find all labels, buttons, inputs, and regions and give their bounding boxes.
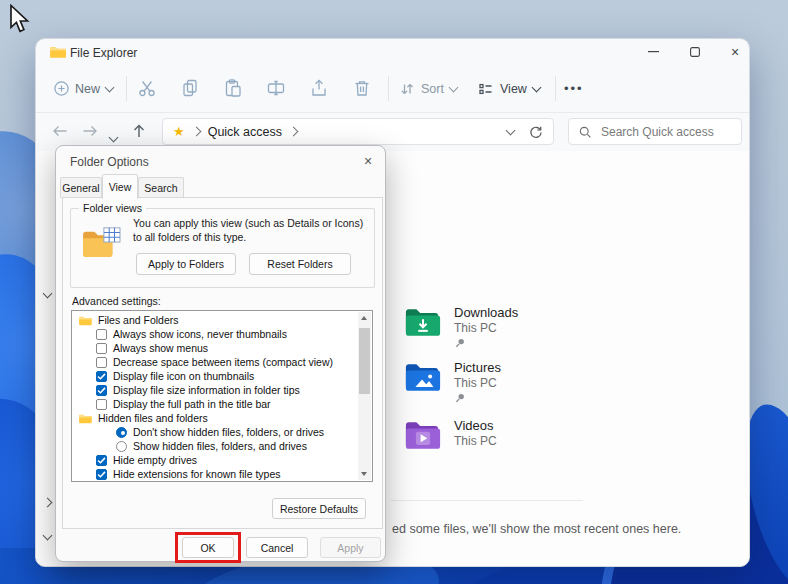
advanced-setting-item[interactable]: Decrease space between items (compact vi… — [72, 355, 358, 369]
address-dropdown-icon[interactable] — [506, 125, 516, 135]
recent-locations-button[interactable] — [110, 127, 132, 147]
advanced-setting-item[interactable]: Hide extensions for known file types — [72, 467, 358, 481]
nav-pane-expand-icon[interactable] — [43, 498, 53, 508]
tab-view[interactable]: View — [102, 174, 138, 199]
nav-pane-collapse-icon[interactable] — [43, 531, 53, 541]
window-title: File Explorer — [70, 46, 137, 60]
advanced-settings-label: Advanced settings: — [72, 295, 161, 307]
share-button[interactable] — [308, 77, 330, 99]
tree-folder-icon — [78, 315, 92, 326]
setting-label: Hidden files and folders — [98, 412, 208, 424]
quick-access-star-icon: ★ — [173, 125, 185, 138]
rename-button[interactable] — [265, 77, 287, 99]
close-button[interactable]: × — [718, 39, 752, 65]
chevron-down-icon — [109, 133, 119, 143]
new-button[interactable]: New — [54, 74, 113, 103]
scrollbar[interactable] — [358, 312, 371, 480]
cut-button[interactable] — [136, 77, 158, 99]
scrollbar-thumb[interactable] — [359, 328, 370, 394]
tab-label: View — [109, 181, 132, 193]
chevron-down-icon — [105, 82, 115, 92]
apply-to-folders-button[interactable]: Apply to Folders — [136, 253, 236, 275]
paste-button[interactable] — [222, 77, 244, 99]
advanced-setting-item[interactable]: Hidden files and folders — [72, 411, 358, 425]
search-box[interactable] — [568, 118, 742, 145]
minimize-button[interactable] — [636, 39, 670, 65]
checkbox[interactable] — [96, 455, 107, 466]
folder-options-dialog: Folder Options × General View Search Fol… — [55, 145, 386, 562]
dialog-close-button[interactable]: × — [356, 150, 380, 172]
titlebar[interactable]: File Explorer × — [36, 39, 749, 65]
quick-access-item-videos[interactable]: Videos This PC — [404, 416, 704, 466]
breadcrumb-quick-access[interactable]: Quick access — [208, 125, 282, 139]
item-location: This PC — [454, 321, 497, 335]
checkbox[interactable] — [96, 329, 107, 340]
advanced-setting-item[interactable]: Show hidden files, folders, and drives — [72, 439, 358, 453]
sort-button[interactable]: Sort — [399, 74, 457, 103]
sort-icon — [399, 81, 415, 97]
item-name: Downloads — [454, 305, 518, 320]
view-button[interactable]: View — [477, 74, 540, 103]
checkbox[interactable] — [96, 399, 107, 410]
advanced-setting-item[interactable]: Display file size information in folder … — [72, 383, 358, 397]
checkbox[interactable] — [96, 385, 107, 396]
cancel-button[interactable]: Cancel — [246, 537, 308, 558]
reset-folders-button[interactable]: Reset Folders — [249, 253, 351, 275]
checkbox[interactable] — [96, 357, 107, 368]
quick-access-item-downloads[interactable]: Downloads This PC — [404, 303, 704, 353]
up-button[interactable] — [130, 122, 152, 142]
copy-button[interactable] — [179, 77, 201, 99]
scroll-down-icon[interactable] — [361, 472, 367, 476]
tab-label: General — [62, 182, 99, 194]
quick-access-item-pictures[interactable]: Pictures This PC — [404, 358, 704, 408]
advanced-setting-item[interactable]: Display file icon on thumbnails — [72, 369, 358, 383]
search-input[interactable] — [599, 124, 723, 140]
view-button-label: View — [500, 82, 527, 96]
radio-button[interactable] — [116, 427, 127, 438]
checkbox[interactable] — [96, 469, 107, 480]
forward-button[interactable] — [80, 122, 102, 142]
advanced-setting-item[interactable]: Always show icons, never thumbnails — [72, 327, 358, 341]
groupbox-legend: Folder views — [79, 202, 146, 214]
setting-label: Display file size information in folder … — [113, 384, 300, 396]
setting-label: Hide empty drives — [113, 454, 197, 466]
setting-label: Don't show hidden files, folders, or dri… — [133, 426, 324, 438]
radio-button[interactable] — [116, 441, 127, 452]
share-icon — [308, 77, 330, 99]
tab-search[interactable]: Search — [138, 177, 184, 198]
view-icon — [477, 81, 494, 97]
setting-label: Display the full path in the title bar — [113, 398, 271, 410]
paste-icon — [222, 77, 244, 99]
address-bar[interactable]: ★ Quick access — [162, 118, 554, 145]
advanced-setting-item[interactable]: Display the full path in the title bar — [72, 397, 358, 411]
maximize-button[interactable] — [678, 39, 712, 65]
tab-general[interactable]: General — [60, 177, 102, 198]
setting-label: Display file icon on thumbnails — [113, 370, 254, 382]
restore-defaults-button[interactable]: Restore Defaults — [272, 498, 366, 519]
sort-button-label: Sort — [421, 82, 444, 96]
setting-label: Files and Folders — [98, 314, 179, 326]
advanced-setting-item[interactable]: Don't show hidden files, folders, or dri… — [72, 425, 358, 439]
advanced-settings-list[interactable]: Files and FoldersAlways show icons, neve… — [71, 310, 373, 482]
advanced-setting-item[interactable]: Files and Folders — [72, 313, 358, 327]
see-more-button[interactable]: ••• — [564, 74, 584, 103]
apply-button[interactable]: Apply — [320, 537, 381, 558]
breadcrumb-chevron-icon — [191, 127, 201, 137]
breadcrumb-chevron-icon — [289, 127, 299, 137]
new-button-label: New — [75, 82, 100, 96]
delete-button[interactable] — [351, 77, 373, 99]
setting-label: Always show icons, never thumbnails — [113, 328, 287, 340]
copy-icon — [179, 77, 201, 99]
advanced-setting-item[interactable]: Always show menus — [72, 341, 358, 355]
back-button[interactable] — [50, 122, 72, 142]
nav-pane-collapse-icon[interactable] — [43, 289, 53, 299]
mouse-cursor — [9, 4, 31, 34]
checkbox[interactable] — [96, 343, 107, 354]
downloads-folder-icon — [404, 307, 442, 338]
item-name: Videos — [454, 418, 494, 433]
refresh-icon[interactable] — [528, 124, 543, 139]
advanced-setting-item[interactable]: Hide empty drives — [72, 453, 358, 467]
toolbar-divider — [388, 76, 389, 101]
checkbox[interactable] — [96, 371, 107, 382]
scroll-up-icon[interactable] — [361, 316, 367, 320]
